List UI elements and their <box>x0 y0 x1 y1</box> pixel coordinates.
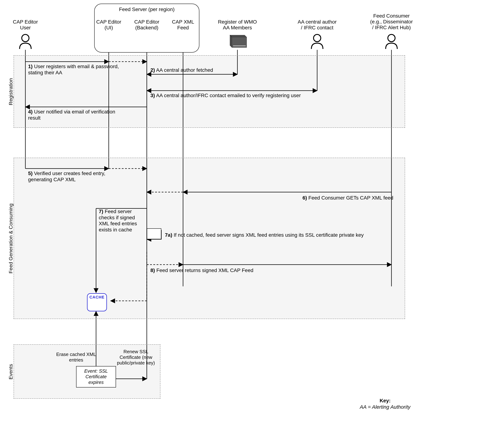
phase-events-label: Events <box>8 359 14 384</box>
phase-feedgen-label: Feed Generation & Consuming <box>8 200 14 277</box>
actor-user: CAP EditorUser <box>7 19 43 31</box>
key-body: AA = Alerting Authority <box>353 404 417 410</box>
step-7: 7) Feed server checks if signed XML feed… <box>99 208 146 233</box>
self-call-7a <box>147 228 161 239</box>
wmo-icon <box>230 35 247 48</box>
author-icon <box>311 34 323 49</box>
step-2: 2) AA central author fetched <box>150 67 241 73</box>
step-8: 8) Feed server returns signed XML CAP Fe… <box>150 267 295 273</box>
actor-author: AA central author/ IFRC contact <box>290 19 344 31</box>
actor-backend: CAP Editor(Backend) <box>129 19 165 31</box>
step-6: 6) Feed Consumer GETs CAP XML feed <box>292 195 393 201</box>
feed-server-title: Feed Server (per region) <box>94 6 199 12</box>
phase-registration-label: Registration <box>8 74 14 110</box>
actor-feed: CAP XMLFeed <box>165 19 201 31</box>
cache-box: CACHE <box>87 293 107 311</box>
evt-renew: Renew SSL Certificate (new public/privat… <box>116 349 156 366</box>
actor-ui: CAP Editor(UI) <box>91 19 127 31</box>
actor-consumer: Feed Consumer(e.g., Disseminator/ IFRC A… <box>361 13 422 31</box>
step-5: 5) Verified user creates feed entry, gen… <box>28 170 130 182</box>
cache-label: CACHE <box>89 295 104 299</box>
step-3: 3) AA central author/IFRC contact emaile… <box>150 92 332 99</box>
svg-point-2 <box>388 34 395 42</box>
evt-ssl: Event: SSL Certificate expires <box>76 366 116 387</box>
svg-point-0 <box>22 34 29 42</box>
consumer-icon <box>386 34 397 49</box>
user-icon <box>20 34 31 49</box>
key-title: Key: <box>353 398 417 404</box>
step-4: 4) User notified via email of verificati… <box>28 109 119 121</box>
svg-rect-12 <box>232 37 247 48</box>
evt-erase: Erase cached XML entries <box>54 352 98 363</box>
step-7a: 7a) If not cached, feed server signs XML… <box>165 232 393 238</box>
svg-point-1 <box>313 34 321 42</box>
actor-wmo: Register of WMOAA Members <box>212 19 263 31</box>
step-1: 1) User registers with email & password,… <box>28 63 122 76</box>
